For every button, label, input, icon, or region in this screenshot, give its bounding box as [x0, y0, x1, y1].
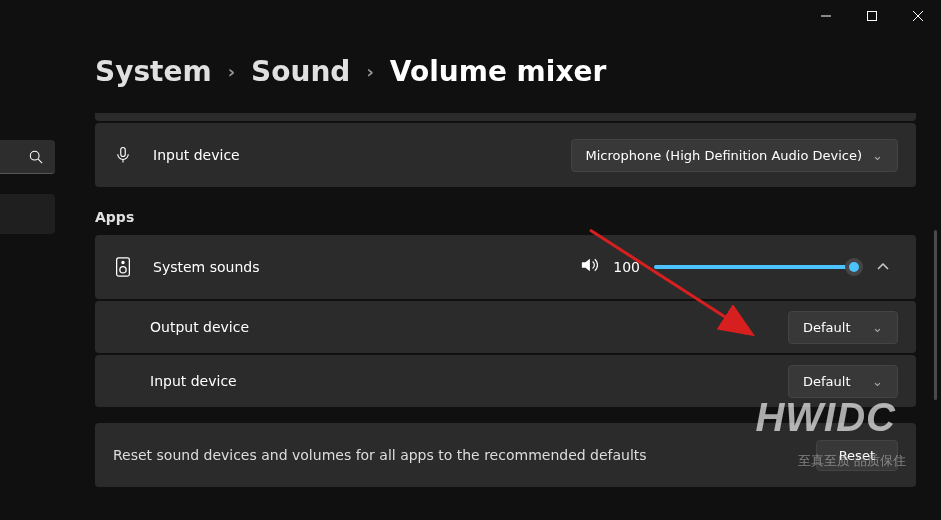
reset-button[interactable]: Reset — [816, 440, 898, 471]
system-sounds-card: System sounds 100 — [95, 235, 916, 299]
input-device-dropdown[interactable]: Microphone (High Definition Audio Device… — [571, 139, 899, 172]
svg-point-9 — [122, 261, 124, 263]
breadcrumb: System › Sound › Volume mixer — [95, 55, 916, 88]
reset-description: Reset sound devices and volumes for all … — [113, 447, 647, 463]
microphone-icon — [113, 146, 133, 164]
chevron-up-icon — [877, 263, 889, 271]
expand-toggle[interactable] — [868, 263, 898, 271]
scrollbar[interactable] — [934, 230, 937, 400]
volume-slider[interactable] — [654, 257, 854, 277]
sub-output-label: Output device — [150, 319, 249, 335]
svg-line-5 — [38, 159, 42, 163]
system-sounds-label: System sounds — [153, 259, 259, 275]
input-device-card: Input device Microphone (High Definition… — [95, 123, 916, 187]
breadcrumb-system[interactable]: System — [95, 55, 212, 88]
svg-rect-6 — [121, 148, 126, 157]
chevron-down-icon: ⌄ — [872, 148, 883, 163]
breadcrumb-sound[interactable]: Sound — [251, 55, 350, 88]
input-device-label: Input device — [153, 147, 240, 163]
svg-point-10 — [120, 267, 126, 273]
chevron-down-icon: ⌄ — [872, 320, 883, 335]
sidebar-item[interactable] — [0, 194, 55, 234]
speaker-device-icon — [113, 257, 133, 277]
search-input[interactable] — [0, 140, 55, 174]
chevron-down-icon: ⌄ — [872, 374, 883, 389]
reset-card: Reset sound devices and volumes for all … — [95, 423, 916, 487]
svg-point-4 — [30, 151, 39, 160]
sub-input-label: Input device — [150, 373, 237, 389]
svg-rect-1 — [868, 12, 877, 21]
search-icon — [29, 150, 43, 164]
close-button[interactable] — [895, 0, 941, 32]
system-sounds-input-row: Input device Default ⌄ — [95, 355, 916, 407]
minimize-button[interactable] — [803, 0, 849, 32]
chevron-right-icon: › — [228, 61, 235, 82]
card-divider — [95, 113, 916, 121]
maximize-button[interactable] — [849, 0, 895, 32]
sub-output-value: Default — [803, 320, 862, 335]
apps-section-header: Apps — [95, 209, 916, 225]
sub-output-dropdown[interactable]: Default ⌄ — [788, 311, 898, 344]
breadcrumb-current: Volume mixer — [390, 55, 606, 88]
input-device-value: Microphone (High Definition Audio Device… — [586, 148, 863, 163]
sub-input-dropdown[interactable]: Default ⌄ — [788, 365, 898, 398]
system-sounds-output-row: Output device Default ⌄ — [95, 301, 916, 353]
chevron-right-icon: › — [366, 61, 373, 82]
volume-icon[interactable] — [580, 257, 598, 277]
volume-value: 100 — [612, 259, 640, 275]
sub-input-value: Default — [803, 374, 862, 389]
